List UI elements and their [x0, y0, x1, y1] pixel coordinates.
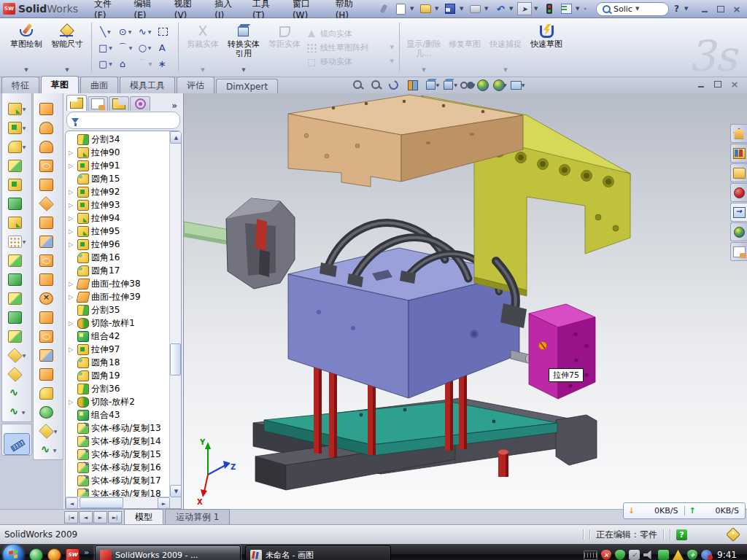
delete-face-button[interactable]: ▼	[34, 289, 63, 308]
edit-appearance-button[interactable]: ▼	[477, 79, 491, 91]
tree-horizontal-scrollbar[interactable]: ◄ ►	[66, 497, 170, 508]
expand-arrow-icon[interactable]	[69, 163, 75, 169]
view-orientation-button[interactable]: ▼	[424, 79, 440, 91]
circle-tool-button[interactable]: ⊙ ▼	[115, 23, 135, 39]
dropdown-arrow-icon[interactable]: ▼	[24, 67, 28, 74]
commandmanager-tab[interactable]: 曲面	[80, 77, 118, 93]
dropdown-arrow-icon[interactable]: ▼	[22, 410, 26, 415]
scroll-down-icon[interactable]: ▼	[170, 485, 182, 497]
slot-tool-button[interactable]: ▢ ▼	[96, 55, 115, 71]
tree-item[interactable]: 组合43	[67, 408, 169, 421]
hole-wizard-button[interactable]: ▼	[2, 213, 31, 232]
tree-item[interactable]: 实体-移动/复制18	[67, 487, 169, 497]
revolved-surface-button[interactable]: ▼	[34, 118, 63, 137]
curve-button[interactable]: ▼	[2, 384, 31, 402]
tree-item[interactable]: 圆角15	[67, 172, 169, 185]
move-entities-button[interactable]: 移动实体 ▼	[305, 55, 395, 68]
offset-entities-button[interactable]: 等距实体 ▼	[264, 20, 305, 74]
rapid-sketch-button[interactable]: 快速草图 ▼	[526, 20, 567, 74]
tag-icon[interactable]	[726, 527, 740, 542]
commandmanager-tab[interactable]: 草图	[41, 76, 79, 93]
delete-surface-button[interactable]: ▼	[34, 421, 63, 440]
doc-minimize-button[interactable]	[696, 79, 706, 89]
freeform-button[interactable]: ▼	[34, 232, 63, 251]
tree-item[interactable]: 拉伸93	[67, 198, 169, 211]
display-style-button[interactable]: ▼	[441, 79, 457, 91]
mirror-entities-button[interactable]: 镜向实体 ▼	[305, 28, 395, 40]
media-quick-launch-icon[interactable]	[47, 548, 61, 560]
convert-entities-button[interactable]: 转换实体引用 ▼	[223, 20, 264, 74]
tree-item[interactable]: 拉伸96	[67, 238, 169, 251]
extruded-boss-button[interactable]: ▼	[2, 99, 31, 118]
mirror-button[interactable]: ▼	[2, 270, 31, 289]
quick-snaps-button[interactable]: 快速捕捉 ▼	[485, 20, 526, 74]
tab-nav-button[interactable]: ►	[93, 511, 107, 524]
expand-arrow-icon[interactable]	[69, 320, 75, 327]
expand-arrow-icon[interactable]	[69, 346, 75, 353]
extruded-cut-button[interactable]: ▼	[2, 118, 31, 137]
zoom-area-button[interactable]: ▼	[370, 79, 386, 91]
expand-arrow-icon[interactable]	[69, 149, 75, 156]
dropdown-arrow-icon[interactable]: ▼	[23, 144, 26, 149]
start-button[interactable]	[3, 545, 23, 560]
polygon-tool-button[interactable]: ⌂ ▼	[115, 55, 135, 71]
model-tab[interactable]: 运动算例 1	[165, 509, 230, 524]
zoom-fit-button[interactable]: ▼	[352, 79, 368, 91]
model-tab[interactable]: 模型	[124, 509, 163, 524]
offset-surface-button[interactable]: ▼	[34, 251, 63, 270]
warning-tray-icon[interactable]	[673, 550, 684, 560]
tree-item[interactable]: 实体-移动/复制17	[67, 474, 169, 487]
combine-bodies-button[interactable]: ▼	[2, 308, 31, 327]
expand-arrow-icon[interactable]	[69, 228, 75, 235]
search-input[interactable]: Solic	[614, 4, 632, 14]
boundary-surface-button[interactable]: ▼	[34, 137, 63, 156]
commandmanager-tab[interactable]: 特征	[1, 77, 39, 93]
print-button[interactable]	[468, 2, 482, 15]
trim-surface-button[interactable]: ▼	[34, 365, 63, 384]
design-library-button[interactable]	[730, 144, 747, 163]
replace-face-button[interactable]: ▼	[34, 308, 63, 327]
tree-item[interactable]: 拉伸91	[67, 159, 169, 172]
expand-arrow-icon[interactable]	[69, 399, 75, 405]
scrollbar-thumb[interactable]	[170, 343, 181, 376]
propertymanager-tab[interactable]	[88, 96, 108, 111]
messenger-tray-icon[interactable]	[658, 550, 669, 560]
taskbar-clock[interactable]: 9:41	[716, 550, 741, 560]
tree-vertical-scrollbar[interactable]: ▲ ▼	[169, 131, 181, 497]
panel-overflow-chevron[interactable]: »	[169, 101, 180, 111]
tree-item[interactable]: 圆角16	[67, 251, 169, 264]
dropdown-arrow-icon[interactable]: ▼	[109, 61, 112, 66]
dropdown-arrow-icon[interactable]: ▼	[503, 67, 507, 74]
expand-arrow-icon[interactable]	[69, 189, 75, 195]
sync-tray-icon[interactable]	[701, 550, 712, 560]
repair-sketch-button[interactable]: 修复草图 ▼	[444, 20, 485, 74]
untrim-surface-button[interactable]: ▼	[34, 327, 63, 346]
appearances-scenes-button[interactable]	[730, 222, 747, 241]
doc-restore-button[interactable]	[713, 79, 723, 89]
trim-entities-button[interactable]: 剪裁实体 ▼	[182, 20, 223, 74]
dropdown-arrow-icon[interactable]: ▼	[390, 44, 394, 50]
display-delete-relations-button[interactable]: 显示/删除几... ▼	[403, 20, 444, 74]
tree-filter-box[interactable]	[66, 112, 180, 129]
search-box[interactable]: Solic ▼	[596, 2, 669, 16]
tree-item[interactable]: 圆角19	[67, 369, 169, 382]
split-body-button[interactable]: ▼	[2, 289, 31, 308]
smart-dimension-button[interactable]: 智能尺寸 ▼	[47, 20, 88, 74]
fillet-button[interactable]: ▼	[2, 137, 31, 156]
undo-button[interactable]: ↶	[492, 2, 507, 15]
extend-surface-button[interactable]: ▼	[34, 346, 63, 365]
shell-button[interactable]: ▼	[2, 175, 31, 194]
minimize-button[interactable]	[699, 4, 711, 14]
tree-item[interactable]: 圆角18	[67, 356, 169, 369]
scroll-right-icon[interactable]: ►	[158, 497, 170, 509]
lofted-surface-button[interactable]: ▼	[34, 156, 63, 175]
dropdown-arrow-icon[interactable]: ▼	[23, 106, 26, 112]
measure-button[interactable]	[4, 433, 30, 455]
select-button[interactable]: ➤	[517, 2, 532, 15]
volume-tray-icon[interactable]	[643, 550, 654, 560]
tree-item[interactable]: 拉伸95	[67, 225, 169, 238]
swept-boss-button[interactable]: ▼	[2, 156, 31, 175]
tree-item[interactable]: 拉伸94	[67, 211, 169, 225]
tab-nav-button[interactable]: ►|	[108, 511, 122, 524]
tree-item[interactable]: 分割36	[67, 382, 169, 395]
